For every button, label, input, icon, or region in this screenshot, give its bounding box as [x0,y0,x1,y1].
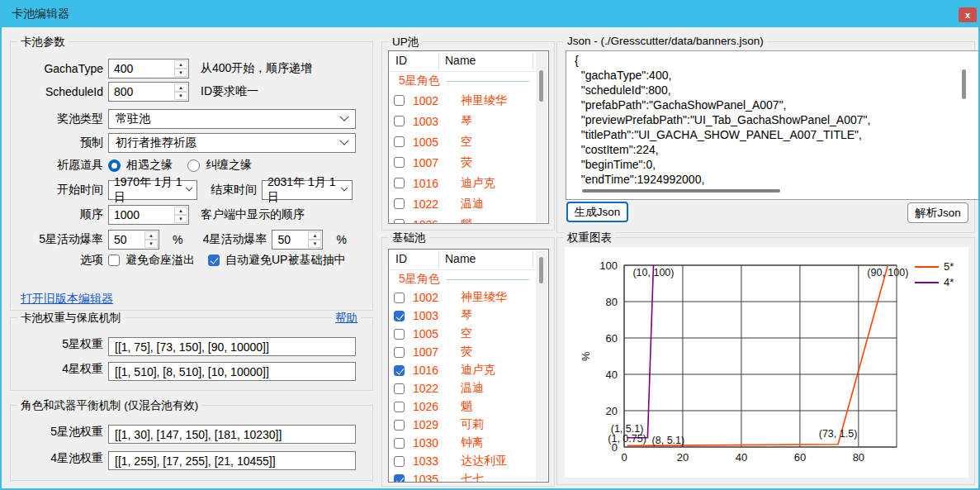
spinner-down-icon[interactable]: ▼ [144,240,158,248]
spinner-up-icon[interactable]: ▲ [308,231,321,240]
order-spinner[interactable]: 1000 ▲▼ [108,205,189,225]
checkbox-auto-avoid-up[interactable] [208,255,220,266]
help-link[interactable]: 帮助 [332,311,361,326]
weight4-label: 4星权重 [11,362,103,377]
scheduleid-spinner[interactable]: 800 ▲▼ [108,82,189,102]
pool-row-1002[interactable]: 1002神里绫华 [389,90,536,111]
row-checkbox[interactable] [394,420,405,431]
parse-json-button[interactable]: 解析Json [907,202,968,223]
spinner-down-icon[interactable]: ▼ [174,92,187,100]
row-checkbox[interactable] [394,311,405,321]
radio-intertwined-fate[interactable] [187,159,200,172]
base-pool-list[interactable]: IDName5星角色1002神里绫华1003琴1005空1007荧1016迪卢克… [388,249,549,483]
row-checkbox[interactable] [394,178,405,188]
row-checkbox[interactable] [394,136,405,147]
rate4-value[interactable]: 50 [272,231,308,249]
spinner-up-icon[interactable]: ▲ [174,60,187,69]
list-header: IDName [389,51,548,71]
pool-row-1026[interactable]: 1026魈 [389,214,536,224]
begin-time-picker[interactable]: 1970年 1月 1日 [108,180,197,200]
row-checkbox[interactable] [394,347,405,358]
row-checkbox[interactable] [394,365,405,376]
column-header-name[interactable]: Name [445,54,476,67]
row-checkbox[interactable] [394,329,405,340]
spinner-up-icon[interactable]: ▲ [174,83,187,92]
rate4-spinner[interactable]: 50 ▲▼ [272,230,323,250]
pool-row-1026[interactable]: 1026魈 [389,397,536,416]
close-button[interactable]: x [959,7,977,22]
scrollbar-thumb[interactable] [539,257,543,283]
gachatype-value[interactable]: 400 [109,59,174,78]
weight5-input[interactable]: [[1, 75], [73, 150], [90, 10000]] [108,337,356,356]
column-header-name[interactable]: Name [445,252,476,265]
column-header-id[interactable]: ID [395,54,407,67]
row-checkbox[interactable] [394,383,405,394]
pool-row-1022[interactable]: 1022温迪 [389,379,536,397]
rate5-value[interactable]: 50 [109,231,144,249]
spinner-up-icon[interactable]: ▲ [144,231,158,240]
spinner-up-icon[interactable]: ▲ [174,207,187,215]
pool-row-1003[interactable]: 1003琴 [389,307,536,325]
json-line: "gachaType":400, [575,68,978,83]
pool-row-1007[interactable]: 1007荧 [389,343,536,361]
row-checkbox[interactable] [394,219,405,224]
pooltype-dropdown[interactable]: 常驻池 [108,109,356,129]
pool-row-1002[interactable]: 1002神里绫华 [389,288,536,307]
pool-row-1007[interactable]: 1007荧 [389,152,536,173]
json-line: "titlePath":"UI_GACHA_SHOW_PANEL_A007_TI… [575,127,978,142]
pool-row-1005[interactable]: 1005空 [389,325,536,343]
pool-row-1033[interactable]: 1033达达利亚 [389,452,536,470]
pool-row-1005[interactable]: 1005空 [389,131,536,152]
scrollbar-thumb[interactable] [539,70,543,102]
radio-acquaint-fate-label: 相遇之缘 [126,158,173,173]
json-textarea[interactable]: { "gachaType":400, "scheduleId":800, "pr… [566,50,980,200]
json-horizontal-scrollbar[interactable] [582,189,780,193]
scheduleid-value[interactable]: 800 [109,83,174,101]
row-checkbox[interactable] [394,116,405,126]
column-header-id[interactable]: ID [395,252,407,265]
list-header: IDName [389,250,548,269]
row-pooltype: 奖池类型 常驻池 [11,109,366,129]
group-up-pool-title: UP池 [389,35,422,50]
pool-row-1022[interactable]: 1022温迪 [389,193,536,214]
pool-row-1016[interactable]: 1016迪卢克 [389,361,536,379]
preset-dropdown[interactable]: 初行者推荐祈愿 [108,133,356,153]
weight4-input[interactable]: [[1, 510], [8, 510], [10, 10000]] [108,362,356,381]
annotation: (73, 1.5) [819,428,858,440]
up-pool-list[interactable]: IDName5星角色1002神里绫华1003琴1005空1007荧1016迪卢克… [388,50,549,224]
spinner-down-icon[interactable]: ▼ [308,240,321,248]
row-checkbox[interactable] [394,456,405,467]
title-bar[interactable]: 卡池编辑器 x [2,0,978,27]
pool4-weight-input[interactable]: [[1, 255], [17, 255], [21, 10455]] [108,451,356,470]
pool-row-1003[interactable]: 1003琴 [389,111,536,131]
pool-row-1030[interactable]: 1030钟离 [389,434,536,452]
generate-json-button[interactable]: 生成Json [566,202,628,222]
row-checkbox[interactable] [394,293,405,303]
order-value[interactable]: 1000 [109,206,174,224]
end-time-picker[interactable]: 2031年 1月 1日 [262,180,353,200]
row-checkbox[interactable] [394,198,405,209]
group-base-pool-title: 基础池 [389,231,429,245]
pool5-weight-input[interactable]: [[1, 30], [147, 150], [181, 10230]] [108,425,356,444]
row-checkbox[interactable] [394,438,405,449]
rate5-spinner[interactable]: 50 ▲▼ [108,230,159,250]
radio-acquaint-fate[interactable] [108,159,121,172]
row-checkbox[interactable] [394,95,405,106]
list-scrollbar[interactable] [536,250,547,481]
pool-row-1016[interactable]: 1016迪卢克 [389,173,536,193]
list-scrollbar[interactable] [536,52,547,222]
open-old-editor-link[interactable]: 打开旧版本编辑器 [21,292,113,307]
pool-row-1029[interactable]: 1029可莉 [389,416,536,434]
row-checkbox[interactable] [394,402,405,412]
spinner-down-icon[interactable]: ▼ [174,69,187,77]
gachatype-spinner[interactable]: 400 ▲▼ [108,59,189,78]
row-checkbox[interactable] [394,157,405,168]
json-line: { [575,53,978,68]
row-checkbox[interactable] [394,474,405,483]
spinner-down-icon[interactable]: ▼ [174,215,187,223]
json-vertical-scrollbar[interactable] [962,69,966,99]
pool-row-1035[interactable]: 1035七七 [389,470,536,483]
group-pool-params: 卡池参数 GachaType 400 ▲▼ 从400开始，顺序递增 Schedu… [10,41,373,311]
begin-time-value: 1970年 1月 1日 [114,175,187,205]
checkbox-avoid-constellation-overflow[interactable] [108,255,120,266]
